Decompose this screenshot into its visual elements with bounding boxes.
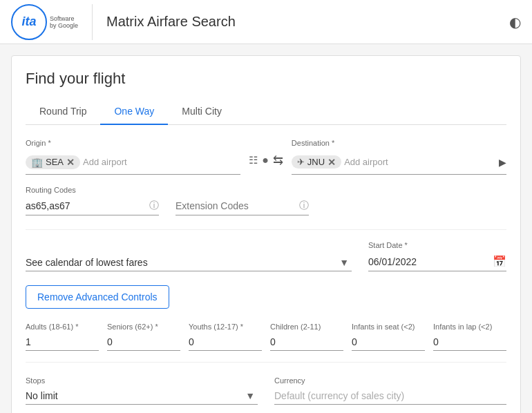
routing-label: Routing Codes (26, 186, 159, 194)
routing-codes-group: Routing Codes ⓘ (26, 186, 159, 215)
list-icon: ☷ (249, 154, 258, 166)
infants-seat-label: Infants in seat (<2) (352, 323, 425, 331)
passenger-row: Adults (18-61) * Seniors (62+) * Youths … (26, 323, 506, 363)
stops-group: Stops No limit ▼ (26, 376, 258, 405)
adults-label: Adults (18-61) * (26, 323, 99, 331)
fare-calendar-select-wrapper: See calendar of lowest fares ▼ (26, 254, 352, 271)
plane-icon: ✈ (297, 157, 305, 167)
extension-input-row: ⓘ (175, 197, 309, 215)
youths-label: Youths (12-17) * (189, 323, 262, 331)
tab-one-way[interactable]: One Way (100, 99, 168, 125)
infants-seat-group: Infants in seat (<2) (352, 323, 425, 351)
origin-add-airport[interactable]: Add airport (83, 157, 240, 167)
destination-input-container[interactable]: ✈ JNU ✕ Add airport ▶ (292, 150, 506, 175)
between-icons: ☷ ● ⇆ (246, 139, 286, 168)
start-date-input[interactable] (368, 256, 493, 267)
origin-label: Origin * (26, 139, 240, 147)
stops-currency-row: Stops No limit ▼ Currency Default (curre… (26, 376, 506, 405)
destination-add-airport[interactable]: Add airport (344, 157, 496, 167)
calendar-date-row: See calendar of lowest fares ▼ Start Dat… (26, 241, 506, 271)
routing-row: Routing Codes ⓘ ⓘ (26, 186, 506, 215)
routing-codes-input[interactable] (26, 200, 146, 211)
building-icon: 🏢 (31, 157, 43, 168)
airports-row: Origin * 🏢 SEA ✕ Add airport ☷ ● ⇆ De (26, 139, 506, 175)
infants-seat-input[interactable] (352, 334, 425, 351)
calendar-icon[interactable]: 📅 (493, 255, 506, 268)
extension-codes-group: ⓘ (175, 186, 309, 215)
origin-remove-button[interactable]: ✕ (66, 157, 75, 167)
destination-label: Destination * (292, 139, 506, 147)
extension-codes-input[interactable] (175, 200, 296, 211)
stops-label: Stops (26, 376, 258, 385)
fare-calendar-group: See calendar of lowest fares ▼ (26, 254, 352, 271)
logo-sub: Software by Google (50, 15, 78, 29)
extension-help-icon[interactable]: ⓘ (299, 200, 309, 212)
page-title: Find your flight (26, 70, 506, 88)
seniors-label: Seniors (62+) * (107, 323, 180, 331)
routing-help-icon[interactable]: ⓘ (149, 200, 159, 212)
app-title: Matrix Airfare Search (106, 14, 236, 30)
infants-lap-group: Infants in lap (<2) (433, 323, 506, 351)
destination-remove-button[interactable]: ✕ (327, 157, 336, 167)
currency-label: Currency (274, 376, 506, 385)
adults-group: Adults (18-61) * (26, 323, 99, 351)
seniors-input[interactable] (107, 334, 180, 351)
currency-value: Default (currency of sales city) (274, 387, 506, 405)
location-pin-icon: ● (262, 154, 269, 166)
children-label: Children (2-11) (270, 323, 343, 331)
stops-select-wrapper: No limit ▼ (26, 387, 258, 405)
remove-advanced-controls-button[interactable]: Remove Advanced Controls (26, 285, 169, 309)
tab-multi-city[interactable]: Multi City (168, 99, 236, 125)
logo-area: ita Software by Google (11, 4, 93, 40)
origin-tag: 🏢 SEA ✕ (26, 155, 80, 169)
main-content: Find your flight Round Trip One Way Mult… (0, 44, 532, 413)
infants-lap-label: Infants in lap (<2) (433, 323, 506, 331)
origin-code: SEA (46, 157, 64, 167)
children-input[interactable] (270, 334, 343, 351)
tab-round-trip[interactable]: Round Trip (26, 99, 100, 125)
origin-input-container[interactable]: 🏢 SEA ✕ Add airport (26, 150, 240, 175)
start-date-group: Start Date * 📅 (368, 241, 506, 271)
routing-input-row: ⓘ (26, 197, 159, 215)
theme-toggle[interactable]: ◐ (509, 14, 521, 30)
search-card: Find your flight Round Trip One Way Mult… (11, 55, 521, 413)
infants-lap-input[interactable] (433, 334, 506, 351)
swap-icon[interactable]: ⇆ (273, 153, 283, 168)
destination-field: Destination * ✈ JNU ✕ Add airport ▶ (292, 139, 506, 175)
stops-select[interactable]: No limit (26, 387, 258, 404)
start-date-label: Start Date * (368, 241, 506, 249)
destination-pin-icon: ▶ (499, 157, 506, 168)
destination-code: JNU (307, 157, 325, 167)
children-group: Children (2-11) (270, 323, 343, 351)
adults-input[interactable] (26, 334, 99, 351)
fare-calendar-select[interactable]: See calendar of lowest fares (26, 254, 352, 271)
tab-bar: Round Trip One Way Multi City (26, 99, 506, 125)
youths-input[interactable] (189, 334, 262, 351)
currency-group: Currency Default (currency of sales city… (274, 376, 506, 405)
destination-tag: ✈ JNU ✕ (292, 155, 341, 169)
start-date-input-row: 📅 (368, 252, 506, 271)
seniors-group: Seniors (62+) * (107, 323, 180, 351)
youths-group: Youths (12-17) * (189, 323, 262, 351)
origin-field: Origin * 🏢 SEA ✕ Add airport (26, 139, 240, 175)
app-header: ita Software by Google Matrix Airfare Se… (0, 0, 532, 44)
logo-circle: ita (11, 4, 47, 40)
